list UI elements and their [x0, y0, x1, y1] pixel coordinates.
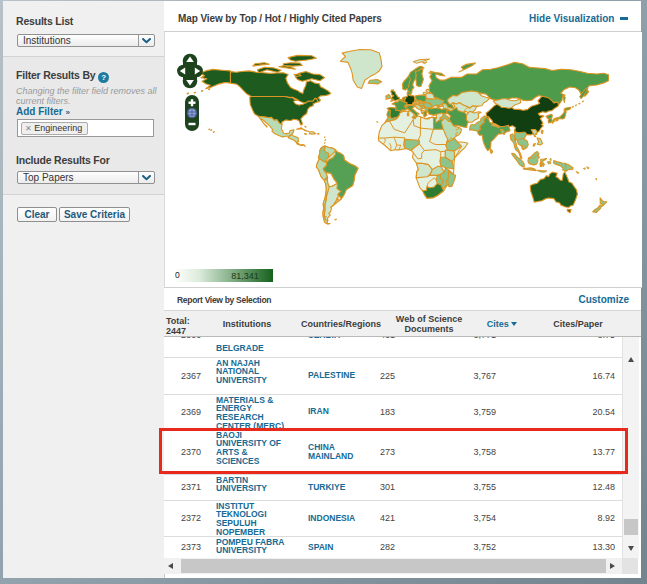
svg-text:0: 0	[175, 270, 180, 280]
svg-text:81,341: 81,341	[231, 271, 259, 281]
